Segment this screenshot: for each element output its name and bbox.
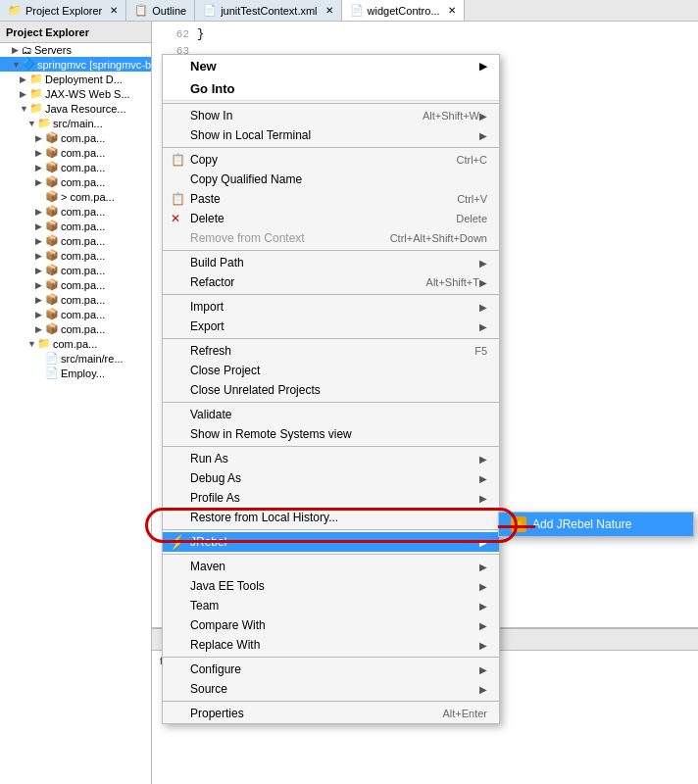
tree-item-compa9[interactable]: ▶ 📦 com.pa... [0, 248, 151, 263]
menu-item-configure[interactable]: Configure ▶ [163, 660, 499, 679]
tree-arrow-servers: ▶ [12, 45, 20, 55]
menu-sep-11 [163, 701, 499, 702]
tree-label-java-resource: Java Resource... [45, 103, 126, 115]
menu-item-paste[interactable]: 📋 Paste Ctrl+V [163, 189, 499, 209]
close-widget-icon[interactable]: ✕ [448, 5, 456, 16]
tree-label-srcmainre: com.pa... [53, 338, 97, 350]
tree-label-compa1: com.pa... [61, 132, 105, 144]
menu-item-delete[interactable]: ✕ Delete Delete [163, 209, 499, 228]
tree-arrow-deployment: ▶ [20, 74, 27, 84]
show-local-terminal-label: Show in Local Terminal [190, 128, 311, 142]
tree-item-compa5[interactable]: 📦 > com.pa... [0, 189, 151, 204]
show-in-arrow: ▶ [479, 111, 487, 122]
tree-item-compa14[interactable]: ▶ 📦 com.pa... [0, 321, 151, 336]
tree-arrow-compa12: ▶ [35, 295, 43, 305]
menu-item-compare-with[interactable]: Compare With ▶ [163, 615, 499, 635]
tree-item-compa6[interactable]: ▶ 📦 com.pa... [0, 204, 151, 219]
tree-item-deployment[interactable]: ▶ 📁 Deployment D... [0, 72, 151, 86]
tree-item-srcmain[interactable]: ▼ 📁 src/main... [0, 116, 151, 130]
menu-item-go-into[interactable]: Go Into [163, 77, 499, 100]
close-tab-icon[interactable]: ✕ [110, 5, 118, 16]
tree-item-employ1[interactable]: 📄 src/main/re... [0, 351, 151, 366]
menu-item-copy[interactable]: 📋 Copy Ctrl+C [163, 150, 499, 170]
tree-item-compa2[interactable]: ▶ 📦 com.pa... [0, 145, 151, 160]
tab-widget[interactable]: 📄 widgetContro... ✕ [342, 0, 465, 21]
tree-item-compa3[interactable]: ▶ 📦 com.pa... [0, 160, 151, 174]
tree-label-compa5: > com.pa... [61, 191, 115, 203]
menu-item-refactor[interactable]: Refactor Alt+Shift+T ▶ [163, 272, 499, 292]
tree-item-employ2[interactable]: 📄 Employ... [0, 366, 151, 380]
tab-outline[interactable]: 📋 Outline [126, 0, 195, 21]
tree-arrow-compa2: ▶ [35, 148, 43, 158]
menu-item-restore-history[interactable]: Restore from Local History... [163, 508, 499, 527]
refactor-shortcut: Alt+Shift+T [426, 276, 479, 288]
menu-item-validate[interactable]: Validate [163, 405, 499, 424]
menu-item-show-in[interactable]: Show In Alt+Shift+W ▶ [163, 106, 499, 125]
menu-item-import[interactable]: Import ▶ [163, 297, 499, 317]
show-in-shortcut: Alt+Shift+W [423, 110, 479, 122]
tree-label-compa12: com.pa... [61, 294, 105, 306]
menu-item-refresh[interactable]: Refresh F5 [163, 341, 499, 361]
menu-item-team[interactable]: Team ▶ [163, 596, 499, 615]
menu-item-new[interactable]: New ▶ [163, 55, 499, 77]
tree-item-compa7[interactable]: ▶ 📦 com.pa... [0, 219, 151, 233]
tree-item-jaxws[interactable]: ▶ 📁 JAX-WS Web S... [0, 86, 151, 101]
tree-item-srcmainre[interactable]: ▼ 📁 com.pa... [0, 336, 151, 351]
close-project-label: Close Project [190, 364, 260, 377]
submenu-item-add-jrebel[interactable]: ⚡ Add JRebel Nature [499, 513, 693, 536]
junit-icon: 📄 [203, 4, 217, 17]
close-junit-icon[interactable]: ✕ [325, 5, 333, 16]
tree-item-compa8[interactable]: ▶ 📦 com.pa... [0, 233, 151, 248]
tree-arrow-compa1: ▶ [35, 133, 43, 143]
tree-arrow-jaxws: ▶ [20, 89, 27, 99]
jrebel-label: JRebel [190, 535, 226, 549]
paste-icon: 📋 [171, 192, 185, 206]
menu-item-close-unrelated[interactable]: Close Unrelated Projects [163, 380, 499, 400]
tree-label-compa3: com.pa... [61, 162, 105, 173]
menu-item-java-ee-tools[interactable]: Java EE Tools ▶ [163, 576, 499, 596]
menu-item-maven[interactable]: Maven ▶ [163, 557, 499, 576]
tree-label-jaxws: JAX-WS Web S... [45, 88, 130, 100]
tree-arrow-compa10: ▶ [35, 266, 43, 275]
tree-item-compa12[interactable]: ▶ 📦 com.pa... [0, 292, 151, 307]
java-ee-tools-arrow: ▶ [479, 581, 487, 592]
pkg-icon-compa14: 📦 [45, 322, 59, 335]
menu-item-run-as[interactable]: Run As ▶ [163, 449, 499, 468]
menu-item-copy-qualified[interactable]: Copy Qualified Name [163, 170, 499, 189]
menu-sep-4 [163, 294, 499, 295]
menu-item-debug-as[interactable]: Debug As ▶ [163, 468, 499, 488]
menu-item-show-remote[interactable]: Show in Remote Systems view [163, 424, 499, 444]
profile-as-label: Profile As [190, 491, 240, 505]
compare-with-label: Compare With [190, 618, 266, 632]
menu-item-export[interactable]: Export ▶ [163, 317, 499, 336]
menu-item-build-path[interactable]: Build Path ▶ [163, 253, 499, 272]
pkg-icon-compa6: 📦 [45, 205, 59, 218]
menu-item-close-project[interactable]: Close Project [163, 361, 499, 380]
build-path-arrow: ▶ [479, 258, 487, 269]
menu-item-source[interactable]: Source ▶ [163, 679, 499, 699]
tree-item-compa13[interactable]: ▶ 📦 com.pa... [0, 307, 151, 321]
pkg-icon-compa10: 📦 [45, 264, 59, 276]
tree-item-servers[interactable]: ▶ 🗂 Servers [0, 43, 151, 57]
properties-shortcut: Alt+Enter [442, 708, 487, 719]
tree-item-compa10[interactable]: ▶ 📦 com.pa... [0, 263, 151, 277]
menu-item-replace-with[interactable]: Replace With ▶ [163, 635, 499, 655]
tab-project-explorer[interactable]: 📁 Project Explorer ✕ [0, 0, 126, 21]
tree-arrow-compa8: ▶ [35, 236, 43, 246]
tree-item-compa1[interactable]: ▶ 📦 com.pa... [0, 130, 151, 145]
tree-arrow-compa13: ▶ [35, 310, 43, 319]
tab-junit[interactable]: 📄 junitTestContext.xml ✕ [195, 0, 341, 21]
tree-item-compa4[interactable]: ▶ 📦 com.pa... [0, 174, 151, 189]
menu-item-show-local-terminal[interactable]: Show in Local Terminal ▶ [163, 125, 499, 145]
delete-label: Delete [190, 212, 224, 225]
menu-item-profile-as[interactable]: Profile As ▶ [163, 488, 499, 508]
menu-sep-1 [163, 103, 499, 104]
tree-item-springmvc[interactable]: ▼ 🔷 springmvc [springmvc-bootstrap] [0, 57, 151, 72]
tree-item-compa11[interactable]: ▶ 📦 com.pa... [0, 277, 151, 292]
menu-item-remove-context[interactable]: Remove from Context Ctrl+Alt+Shift+Down [163, 228, 499, 248]
menu-new-arrow: ▶ [479, 61, 487, 72]
tree-item-java-resource[interactable]: ▼ 📁 Java Resource... [0, 101, 151, 116]
menu-item-jrebel[interactable]: ⚡ JRebel ▶ [163, 532, 499, 552]
menu-sep-10 [163, 657, 499, 658]
menu-item-properties[interactable]: Properties Alt+Enter [163, 704, 499, 723]
